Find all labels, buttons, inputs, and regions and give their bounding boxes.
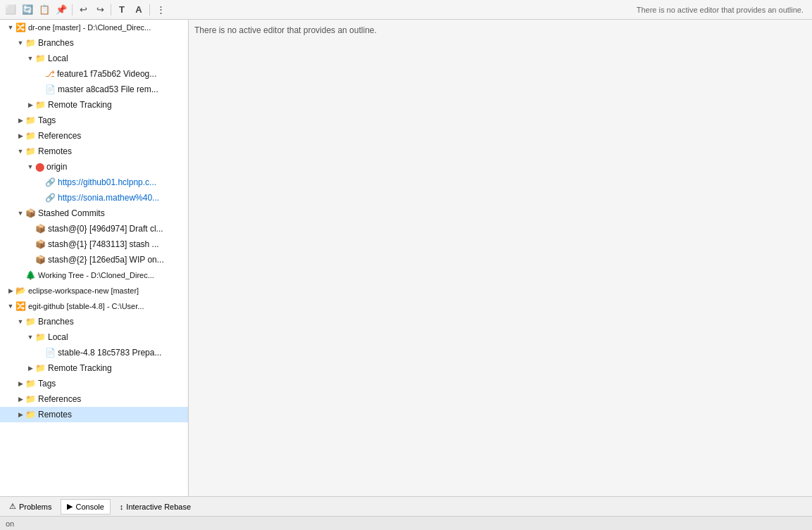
label-stash1: stash@{1} [7483113] stash ... xyxy=(48,239,159,249)
label-branches2: Branches xyxy=(38,317,74,327)
icon-stash0: 📦 xyxy=(35,224,46,234)
icon-references2: 📁 xyxy=(25,394,36,404)
outline-text: There is no active editor that provides … xyxy=(637,6,809,14)
tree-item-remotes1[interactable]: ▼ 📁 Remotes xyxy=(0,144,188,159)
tree-item-local1[interactable]: ▼ 📁 Local xyxy=(0,51,188,66)
toolbar-sep-1 xyxy=(72,4,73,15)
tree-item-repo1[interactable]: ▼ 🔀 dr-one [master] - D:\Cloned_Direc... xyxy=(0,20,188,35)
icon-stable48: 📄 xyxy=(45,348,56,358)
tab-interactive-rebase[interactable]: ↕ Interactive Rebase xyxy=(113,499,197,515)
toggle-branches1[interactable]: ▼ xyxy=(15,39,25,46)
label-origin1: origin xyxy=(46,162,67,172)
tree-item-remotetracking2[interactable]: ▶ 📁 Remote Tracking xyxy=(0,360,188,376)
icon-origin1: ⬤ xyxy=(35,162,44,172)
tree-item-url2[interactable]: 🔗 https://sonia.mathew%40... xyxy=(0,190,188,206)
icon-local2: 📁 xyxy=(35,332,46,342)
toolbar-sep-3 xyxy=(149,4,150,15)
label-stashed1: Stashed Commits xyxy=(38,208,105,218)
tree-item-stable48[interactable]: 📄 stable-4.8 18c5783 Prepa... xyxy=(0,345,188,360)
tree-item-eclipse1[interactable]: ▶ 📂 eclipse-workspace-new [master] xyxy=(0,283,188,298)
label-eclipse1: eclipse-workspace-new [master] xyxy=(28,286,139,295)
label-remotetracking1: Remote Tracking xyxy=(48,100,112,110)
toggle-local1[interactable]: ▼ xyxy=(25,55,35,62)
tree-item-stashed1[interactable]: ▼ 📦 Stashed Commits xyxy=(0,206,188,221)
toggle-remotetracking1[interactable]: ▶ xyxy=(25,101,35,108)
icon-branches2: 📁 xyxy=(25,317,36,327)
tree-item-stash1[interactable]: 📦 stash@{1} [7483113] stash ... xyxy=(0,236,188,252)
tab-problems[interactable]: ⚠ Problems xyxy=(3,499,58,515)
label-stable48: stable-4.8 18c5783 Prepa... xyxy=(58,348,161,358)
toolbar-sep-2 xyxy=(111,4,111,15)
label-branches1: Branches xyxy=(38,38,74,48)
toolbar-btn-3[interactable]: 📋 xyxy=(37,2,52,18)
toggle-branches2[interactable]: ▼ xyxy=(15,318,25,325)
console-icon: ▶ xyxy=(67,502,73,511)
icon-feature1: ⎇ xyxy=(45,69,55,79)
label-feature1: feature1 f7a5b62 Videog... xyxy=(57,69,156,79)
toolbar-btn-2[interactable]: 🔄 xyxy=(20,2,35,18)
status-bar: on xyxy=(0,516,812,530)
toolbar-btn-t[interactable]: T xyxy=(114,2,130,18)
toggle-repo1[interactable]: ▼ xyxy=(6,24,15,31)
icon-tags2: 📁 xyxy=(25,379,36,389)
toggle-origin1[interactable]: ▼ xyxy=(25,163,35,170)
toolbar-btn-a[interactable]: A xyxy=(131,2,146,18)
toggle-egit1[interactable]: ▼ xyxy=(6,303,15,310)
tree-item-feature1[interactable]: ⎇ feature1 f7a5b62 Videog... xyxy=(0,66,188,82)
toolbar-btn-4[interactable]: 📌 xyxy=(54,2,69,18)
tree-item-branches1[interactable]: ▼ 📁 Branches xyxy=(0,35,188,51)
label-tags2: Tags xyxy=(38,379,56,389)
label-stash2: stash@{2} [126ed5a] WIP on... xyxy=(48,255,164,265)
toolbar-btn-6[interactable]: ↪ xyxy=(92,2,108,18)
icon-repo1: 🔀 xyxy=(15,23,26,32)
label-references2: References xyxy=(38,394,81,404)
label-egit1: egit-github [stable-4.8] - C:\User... xyxy=(28,302,144,310)
main-area: ▼ 🔀 dr-one [master] - D:\Cloned_Direc...… xyxy=(0,20,812,496)
tree-item-branches2[interactable]: ▼ 📁 Branches xyxy=(0,314,188,329)
tree-item-references2[interactable]: ▶ 📁 References xyxy=(0,391,188,407)
icon-worktree1: 🌲 xyxy=(25,270,36,280)
tree-item-tags2[interactable]: ▶ 📁 Tags xyxy=(0,376,188,391)
tree-item-tags1[interactable]: ▶ 📁 Tags xyxy=(0,113,188,128)
label-url2: https://sonia.mathew%40... xyxy=(58,193,159,203)
tree-item-stash0[interactable]: 📦 stash@{0} [496d974] Draft cl... xyxy=(0,221,188,236)
icon-remotes1: 📁 xyxy=(25,146,36,156)
toolbar-btn-menu[interactable]: ⋮ xyxy=(153,2,168,18)
label-remotetracking2: Remote Tracking xyxy=(48,363,112,373)
tree-item-origin1[interactable]: ▼ ⬤ origin xyxy=(0,159,188,175)
problems-label: Problems xyxy=(19,503,51,511)
tree-item-remotetracking1[interactable]: ▶ 📁 Remote Tracking xyxy=(0,97,188,113)
tree-item-stash2[interactable]: 📦 stash@{2} [126ed5a] WIP on... xyxy=(0,252,188,267)
label-tags1: Tags xyxy=(38,115,56,125)
toggle-local2[interactable]: ▼ xyxy=(25,334,35,341)
tree-item-egit1[interactable]: ▼ 🔀 egit-github [stable-4.8] - C:\User..… xyxy=(0,298,188,314)
toolbar-btn-5[interactable]: ↩ xyxy=(75,2,91,18)
toggle-remotes2[interactable]: ▶ xyxy=(15,411,25,418)
toggle-tags2[interactable]: ▶ xyxy=(15,380,25,387)
tree-item-url1[interactable]: 🔗 https://github01.hclpnp.c... xyxy=(0,175,188,190)
label-references1: References xyxy=(38,131,81,141)
toggle-references1[interactable]: ▶ xyxy=(15,132,25,139)
tree-item-local2[interactable]: ▼ 📁 Local xyxy=(0,329,188,345)
toggle-stashed1[interactable]: ▼ xyxy=(15,210,25,217)
toggle-references2[interactable]: ▶ xyxy=(15,396,25,403)
label-repo1: dr-one [master] - D:\Cloned_Direc... xyxy=(28,23,151,32)
tree-item-remotes2[interactable]: ▶ 📁 Remotes xyxy=(0,407,188,422)
right-panel: There is no active editor that provides … xyxy=(189,20,812,496)
status-text: on xyxy=(6,519,14,528)
icon-egit1: 🔀 xyxy=(15,301,26,311)
toolbar: ⬜ 🔄 📋 📌 ↩ ↪ T A ⋮ There is no active edi… xyxy=(0,0,812,20)
tab-console[interactable]: ▶ Console xyxy=(61,499,110,515)
toggle-eclipse1[interactable]: ▶ xyxy=(6,287,15,294)
toggle-remotes1[interactable]: ▼ xyxy=(15,148,25,155)
tree-item-references1[interactable]: ▶ 📁 References xyxy=(0,128,188,144)
toggle-remotetracking2[interactable]: ▶ xyxy=(25,365,35,372)
label-stash0: stash@{0} [496d974] Draft cl... xyxy=(48,224,163,234)
tree-item-master1[interactable]: 📄 master a8cad53 File rem... xyxy=(0,82,188,97)
icon-references1: 📁 xyxy=(25,131,36,141)
toolbar-btn-1[interactable]: ⬜ xyxy=(3,2,18,18)
icon-tags1: 📁 xyxy=(25,115,36,125)
toggle-tags1[interactable]: ▶ xyxy=(15,117,25,124)
icon-remotetracking1: 📁 xyxy=(35,100,46,110)
tree-item-worktree1[interactable]: 🌲 Working Tree - D:\Cloned_Direc... xyxy=(0,267,188,283)
